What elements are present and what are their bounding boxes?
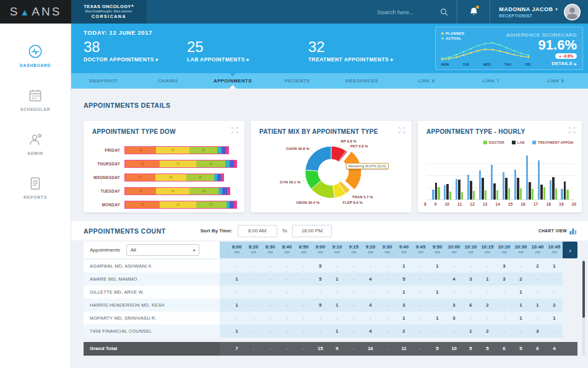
sidebar-item-scheduler[interactable]: SCHEDULER [0, 87, 71, 131]
count-cell: - [345, 273, 362, 286]
bar-segment: 31 [125, 201, 160, 208]
table-scrollbar-thumb[interactable] [582, 261, 585, 318]
sidebar-item-reports[interactable]: REPORTS [0, 175, 71, 219]
count-cell: 4 [362, 299, 379, 312]
count-cell: - [496, 286, 512, 299]
bar [458, 180, 460, 199]
count-cell: 4 [446, 273, 462, 286]
count-cell: - [546, 273, 563, 286]
grand-total-cell: 6 [496, 342, 512, 356]
bar-segment [230, 201, 234, 208]
tab-link-6[interactable]: LINK 6 [394, 73, 459, 89]
count-cell: - [228, 286, 245, 299]
bar [543, 187, 546, 200]
grand-total-cell: 5 [512, 342, 529, 356]
chevron-left-icon: ‹ [223, 247, 225, 253]
count-cell: 3 [529, 325, 546, 338]
expand-icon[interactable]: ↖ ↗↙ ↘ [398, 126, 405, 134]
tab-patients[interactable]: PATIENTS [265, 73, 329, 89]
count-cell: 3 [446, 299, 462, 312]
stat-treatment-appointments[interactable]: 32 TREATMENT APPOINTMENTS▶ [308, 39, 394, 63]
card-patient-mix: PATIENT MIX BY APPOINTMENT TYPE ↖ ↗↙ ↘ N… [251, 121, 412, 212]
scroll-columns-left-button[interactable]: ‹ [220, 242, 228, 258]
count-cell: 6 [462, 299, 479, 312]
table-scrollbar-track[interactable] [582, 260, 585, 356]
count-cell: 5 [396, 273, 412, 286]
count-cell: 1 [329, 273, 345, 286]
hero-banner: TODAY: 12 JUNE 2017 38 DOCTOR APPOINTMEN… [71, 24, 588, 73]
bar-group [550, 177, 558, 199]
stat-doctor-appointments[interactable]: 38 DOCTOR APPOINTMENTS▶ [84, 39, 159, 63]
x-tick-label: 12 [470, 202, 475, 206]
search-icon[interactable] [440, 8, 448, 16]
count-cell: - [412, 312, 429, 325]
arrow-right-icon: ▶ [391, 58, 394, 61]
main-area: TODAY: 12 JUNE 2017 38 DOCTOR APPOINTMEN… [71, 24, 588, 368]
arrow-right-icon: ▶ [156, 58, 159, 61]
tab-chairs[interactable]: CHAIRS [136, 73, 200, 89]
delta-down-icon: ▼ [559, 55, 562, 58]
time-column-header: 9:20AM [362, 242, 379, 258]
grand-total-row: Grand Total7----159-16-11-510556564 [84, 342, 577, 356]
sidebar-item-admin[interactable]: ADMIN [0, 131, 71, 175]
sidebar: DASHBOARD SCHEDULER ADMIN REPORTS [0, 24, 71, 368]
stat-label: LAB APPOINTMENTS [187, 56, 244, 63]
pie-slice-label: NP 9.8 % [341, 139, 357, 143]
time-column-header: 9:10AM [329, 242, 345, 258]
search-input[interactable] [377, 9, 436, 15]
scorecard-details-link[interactable]: DETAILS▶ [551, 61, 577, 66]
tab-snapshot[interactable]: SNAPSHOT [71, 73, 136, 89]
time-column-header: 8:50AM [295, 242, 312, 258]
stat-value: 32 [308, 39, 394, 55]
data-point [491, 49, 493, 51]
notifications-button[interactable] [457, 0, 490, 24]
count-cell: - [412, 273, 429, 286]
grand-total-cell: 5 [429, 342, 446, 356]
time-column-header: 9:40AM [396, 242, 412, 258]
stat-lab-appointments[interactable]: 25 LAB APPOINTMENTS▶ [187, 39, 249, 63]
count-cell: 4 [362, 325, 379, 338]
user-menu[interactable]: MADONNA JACOB▾ RECEPTIONIST [499, 0, 558, 24]
scroll-columns-right-button[interactable]: › [563, 242, 577, 258]
bar [467, 175, 470, 199]
bar [550, 180, 552, 199]
pie-slice-label: TRAN 5.7 % [352, 195, 373, 199]
expand-icon[interactable]: ↖ ↗↙ ↘ [231, 126, 238, 134]
provider-name: MOPARTY MD, SRINIVASU R. [84, 312, 220, 325]
appointments-filter-dropdown[interactable]: All ▾ [126, 244, 199, 256]
pie-slice-label: FLEP 8.9 % [343, 201, 363, 204]
time-from-input[interactable]: 8:00 AM [238, 225, 277, 237]
bar-group [467, 175, 475, 199]
bar [438, 187, 440, 200]
count-cell: - [295, 273, 312, 286]
grand-total-cell: - [245, 342, 262, 356]
table-row: T498 FINANCIAL COUNSEL1-----1-4-2---12--… [84, 325, 577, 338]
chevron-down-icon: ▾ [193, 248, 195, 252]
time-column-header: 9:30AM [379, 242, 396, 258]
bar-segment [234, 201, 236, 208]
data-point [521, 53, 522, 55]
sidebar-item-dashboard[interactable]: DASHBOARD [0, 43, 71, 87]
avatar[interactable] [564, 4, 581, 20]
card-title: APPOINTMENT TYPE - HOURLY [426, 128, 525, 135]
notification-dot [476, 6, 479, 9]
count-cell: - [496, 312, 512, 325]
time-to-input[interactable]: 18:00 PM [292, 225, 332, 237]
provider-name: AGARWAL MD, ASHWANI K. [84, 260, 220, 273]
tab-link-7[interactable]: LINK 7 [459, 73, 523, 89]
bar [555, 188, 558, 199]
tab-resources[interactable]: RESOURCES [330, 73, 394, 89]
tab-link-8[interactable]: LINK 8 [524, 73, 588, 89]
bar-group [479, 170, 487, 199]
count-cell: - [529, 273, 546, 286]
chevron-right-icon: › [569, 247, 571, 254]
bar [444, 185, 446, 199]
bar [482, 178, 484, 199]
tab-appoinments[interactable]: APPOINMENTS [201, 73, 265, 89]
time-column-header: 10:10AM [462, 242, 479, 258]
expand-icon[interactable]: ↖ ↗↙ ↘ [568, 126, 576, 134]
chart-view-toggle[interactable]: CHART VIEW [538, 227, 577, 235]
count-cell: 3 [446, 312, 462, 325]
adherence-scorecard-panel: PLANNED ACTUAL MONTUEWEDTHUFRI ADHERENCE… [435, 27, 583, 70]
x-tick-label: WED [483, 63, 491, 66]
